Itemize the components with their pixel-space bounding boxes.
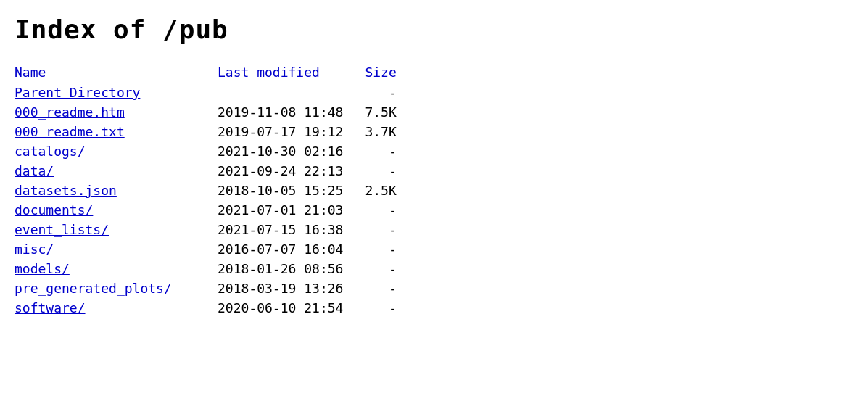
page-title: Index of /pub — [15, 15, 853, 44]
file-modified-cell: 2018-03-19 13:26 — [218, 278, 365, 298]
file-size-cell: - — [365, 298, 396, 318]
file-size-cell: - — [365, 259, 396, 278]
file-modified-cell: 2021-10-30 02:16 — [218, 141, 365, 161]
file-modified-cell: 2021-09-24 22:13 — [218, 161, 365, 181]
directory-listing: Name Last modified Size Parent Directory… — [15, 62, 397, 318]
file-size-cell: - — [365, 141, 396, 161]
file-size-cell: - — [365, 278, 396, 298]
file-modified-cell: 2021-07-15 16:38 — [218, 220, 365, 239]
table-row: documents/2021-07-01 21:03- — [15, 200, 397, 220]
file-modified-cell: 2016-07-07 16:04 — [218, 239, 365, 259]
file-name-cell: documents/ — [15, 200, 218, 220]
file-name-cell: pre_generated_plots/ — [15, 278, 218, 298]
name-sort-link[interactable]: Name — [15, 65, 46, 80]
file-link[interactable]: datasets.json — [15, 183, 117, 198]
file-size-cell: - — [365, 83, 396, 102]
file-name-cell: software/ — [15, 298, 218, 318]
file-modified-cell: 2019-07-17 19:12 — [218, 122, 365, 141]
file-link[interactable]: 000_readme.txt — [15, 124, 125, 139]
table-row: Parent Directory- — [15, 83, 397, 102]
file-size-cell: - — [365, 161, 396, 181]
column-header-name: Name — [15, 62, 218, 83]
file-link[interactable]: software/ — [15, 300, 86, 315]
file-name-cell: models/ — [15, 259, 218, 278]
table-row: catalogs/2021-10-30 02:16- — [15, 141, 397, 161]
file-link[interactable]: Parent Directory — [15, 85, 140, 100]
column-header-modified: Last modified — [218, 62, 365, 83]
file-link[interactable]: catalogs/ — [15, 144, 86, 159]
file-link[interactable]: event_lists/ — [15, 222, 109, 237]
file-name-cell: misc/ — [15, 239, 218, 259]
table-row: 000_readme.txt2019-07-17 19:123.7K — [15, 122, 397, 141]
file-link[interactable]: 000_readme.htm — [15, 104, 125, 120]
file-name-cell: data/ — [15, 161, 218, 181]
size-sort-link[interactable]: Size — [365, 65, 396, 80]
file-modified-cell — [218, 83, 365, 102]
table-row: 000_readme.htm2019-11-08 11:487.5K — [15, 102, 397, 122]
file-size-cell: - — [365, 239, 396, 259]
file-size-cell: 3.7K — [365, 122, 396, 141]
column-header-size: Size — [365, 62, 396, 83]
file-link[interactable]: documents/ — [15, 202, 93, 218]
file-size-cell: 7.5K — [365, 102, 396, 122]
table-row: models/2018-01-26 08:56- — [15, 259, 397, 278]
modified-sort-link[interactable]: Last modified — [218, 65, 320, 80]
table-row: datasets.json2018-10-05 15:252.5K — [15, 181, 397, 200]
file-modified-cell: 2021-07-01 21:03 — [218, 200, 365, 220]
file-name-cell: catalogs/ — [15, 141, 218, 161]
file-name-cell: 000_readme.htm — [15, 102, 218, 122]
table-row: data/2021-09-24 22:13- — [15, 161, 397, 181]
file-link[interactable]: pre_generated_plots/ — [15, 281, 172, 296]
file-name-cell: event_lists/ — [15, 220, 218, 239]
table-row: pre_generated_plots/2018-03-19 13:26- — [15, 278, 397, 298]
file-name-cell: Parent Directory — [15, 83, 218, 102]
file-size-cell: - — [365, 220, 396, 239]
file-size-cell: - — [365, 200, 396, 220]
file-size-cell: 2.5K — [365, 181, 396, 200]
file-modified-cell: 2018-10-05 15:25 — [218, 181, 365, 200]
file-name-cell: 000_readme.txt — [15, 122, 218, 141]
file-modified-cell: 2020-06-10 21:54 — [218, 298, 365, 318]
file-modified-cell: 2018-01-26 08:56 — [218, 259, 365, 278]
table-row: misc/2016-07-07 16:04- — [15, 239, 397, 259]
file-modified-cell: 2019-11-08 11:48 — [218, 102, 365, 122]
table-row: software/2020-06-10 21:54- — [15, 298, 397, 318]
file-link[interactable]: data/ — [15, 163, 54, 178]
table-row: event_lists/2021-07-15 16:38- — [15, 220, 397, 239]
file-link[interactable]: misc/ — [15, 241, 54, 257]
file-name-cell: datasets.json — [15, 181, 218, 200]
file-link[interactable]: models/ — [15, 261, 70, 276]
